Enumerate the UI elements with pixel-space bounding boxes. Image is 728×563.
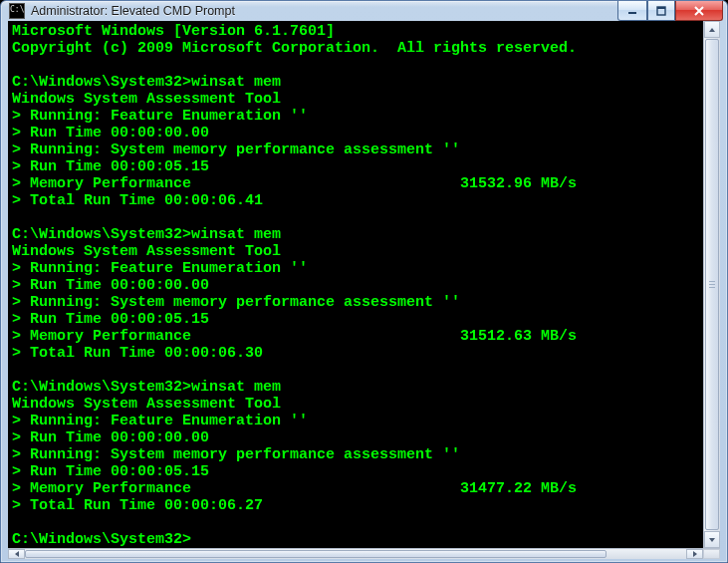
close-icon — [693, 6, 705, 16]
terminal-text: Microsoft Windows [Version 6.1.7601] Cop… — [12, 23, 703, 548]
vertical-scrollbar[interactable] — [703, 21, 720, 548]
client-area: Microsoft Windows [Version 6.1.7601] Cop… — [8, 21, 720, 548]
maximize-button[interactable] — [647, 1, 675, 21]
svg-rect-0 — [628, 12, 636, 14]
titlebar[interactable]: C:\ Administrator: Elevated CMD Prompt — [1, 1, 727, 21]
scroll-up-button[interactable] — [704, 21, 720, 38]
cmd-icon: C:\ — [9, 3, 25, 19]
chevron-right-icon — [692, 550, 698, 558]
terminal-output[interactable]: Microsoft Windows [Version 6.1.7601] Cop… — [8, 21, 703, 548]
chevron-up-icon — [708, 27, 716, 33]
chevron-left-icon — [14, 550, 20, 558]
window-controls — [617, 1, 723, 21]
scroll-left-button[interactable] — [8, 549, 25, 559]
scroll-down-button[interactable] — [704, 531, 720, 548]
minimize-button[interactable] — [617, 1, 647, 21]
window-title: Administrator: Elevated CMD Prompt — [31, 4, 617, 18]
horizontal-scrollbar[interactable] — [8, 548, 720, 559]
close-button[interactable] — [675, 1, 723, 21]
minimize-icon — [627, 6, 637, 16]
cmd-window: C:\ Administrator: Elevated CMD Prompt M… — [0, 0, 728, 563]
horizontal-scroll-track[interactable] — [25, 549, 686, 559]
scrollbar-corner — [703, 549, 720, 559]
horizontal-scroll-thumb[interactable] — [25, 550, 607, 558]
scroll-right-button[interactable] — [686, 549, 703, 559]
maximize-icon — [656, 6, 666, 16]
chevron-down-icon — [708, 537, 716, 543]
vertical-scroll-thumb[interactable] — [705, 39, 719, 530]
svg-rect-2 — [657, 7, 665, 9]
